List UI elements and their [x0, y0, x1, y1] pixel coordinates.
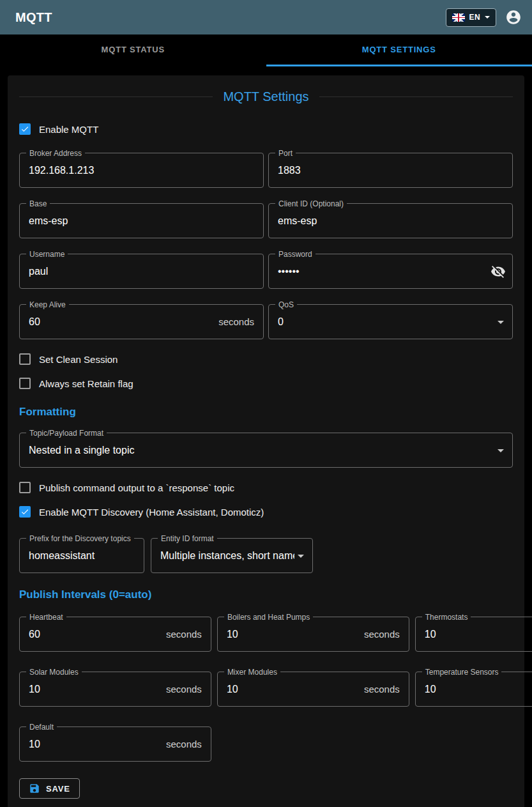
field-label: Solar Modules [26, 667, 82, 677]
checkbox-icon [19, 506, 31, 518]
publish-response-checkbox[interactable]: Publish command output to a `response` t… [19, 482, 234, 493]
field-label: Broker Address [26, 148, 85, 158]
tab-mqtt-status[interactable]: MQTT STATUS [0, 35, 266, 66]
unit-suffix: seconds [166, 739, 211, 749]
unit-suffix: seconds [364, 684, 409, 695]
checkbox-icon [19, 378, 31, 389]
connection-fields-grid: Broker Address Port Base Client ID (Opti… [19, 153, 513, 339]
field-label: Client ID (Optional) [275, 199, 347, 209]
page-title-row: MQTT Settings [19, 89, 513, 104]
tab-bar: MQTT STATUS MQTT SETTINGS [0, 35, 532, 66]
app-bar: MQTT EN [0, 0, 532, 35]
dropdown-arrow-icon [298, 555, 304, 558]
field-label: Thermostats [422, 612, 471, 622]
temperature-interval-field: Temperature Sensors seconds [415, 672, 532, 707]
topic-payload-format-select[interactable]: Topic/Payload Format Nested in a single … [19, 433, 513, 468]
unit-suffix: seconds [364, 629, 409, 640]
language-selector-button[interactable]: EN [446, 8, 496, 27]
formatting-heading: Formatting [19, 406, 513, 419]
username-field: Username [19, 254, 264, 289]
save-icon [29, 783, 40, 794]
enable-mqtt-checkbox[interactable]: Enable MQTT [19, 123, 98, 135]
field-label: Boilers and Heat Pumps [224, 612, 313, 622]
field-label: Default [26, 722, 57, 732]
checkbox-label: Always set Retain flag [39, 378, 133, 389]
keep-alive-field: Keep Alive seconds [19, 304, 264, 339]
checkbox-label: Set Clean Session [39, 354, 118, 365]
port-field: Port [268, 153, 513, 188]
thermostats-interval-field: Thermostats seconds [415, 617, 532, 652]
save-button[interactable]: SAVE [19, 778, 80, 799]
password-field: Password [268, 254, 513, 289]
dropdown-arrow-icon [498, 449, 504, 452]
base-input[interactable] [20, 204, 263, 238]
app-title: MQTT [15, 10, 52, 25]
unit-suffix: seconds [166, 684, 211, 695]
checkbox-label: Enable MQTT [39, 124, 98, 135]
divider-line [19, 96, 213, 97]
field-label: Topic/Payload Format [26, 428, 107, 438]
field-label: Mixer Modules [224, 667, 280, 677]
client-id-field: Client ID (Optional) [268, 203, 513, 238]
check-icon [20, 124, 29, 134]
unit-suffix: seconds [166, 629, 211, 640]
port-input[interactable] [269, 153, 512, 187]
checkbox-label: Publish command output to a `response` t… [39, 482, 234, 493]
uk-flag-icon [452, 13, 465, 22]
clean-session-checkbox[interactable]: Set Clean Session [19, 353, 118, 365]
check-icon [20, 507, 29, 517]
field-label: Prefix for the Discovery topics [26, 534, 134, 544]
checkbox-icon [19, 482, 31, 493]
save-button-label: SAVE [46, 784, 70, 794]
field-label: Password [275, 249, 315, 259]
default-interval-field: Default seconds [19, 726, 211, 762]
page-title: MQTT Settings [223, 89, 308, 104]
dropdown-arrow-icon [498, 321, 504, 324]
qos-select[interactable]: QoS 0 [268, 304, 513, 339]
field-label: Port [275, 148, 296, 158]
chevron-down-icon [485, 16, 490, 19]
select-value: Multiple instances, short name [151, 550, 294, 562]
select-value: 0 [269, 316, 494, 328]
unit-suffix: seconds [218, 316, 263, 327]
select-value: Nested in a single topic [20, 445, 494, 456]
field-label: Entity ID format [158, 534, 217, 544]
checkbox-icon [19, 123, 31, 135]
heartbeat-field: Heartbeat seconds [19, 617, 211, 652]
field-label: QoS [275, 300, 297, 310]
toggle-password-visibility-button[interactable] [490, 264, 506, 279]
mixer-interval-field: Mixer Modules seconds [217, 672, 409, 707]
base-field: Base [19, 203, 264, 238]
checkbox-label: Enable MQTT Discovery (Home Assistant, D… [39, 507, 264, 518]
publish-intervals-heading: Publish Intervals (0=auto) [19, 588, 513, 601]
discovery-prefix-field: Prefix for the Discovery topics [19, 538, 144, 573]
mqtt-discovery-checkbox[interactable]: Enable MQTT Discovery (Home Assistant, D… [19, 506, 264, 518]
field-label: Temperature Sensors [422, 667, 502, 677]
broker-address-field: Broker Address [19, 153, 264, 188]
language-label: EN [469, 13, 480, 22]
publish-intervals-grid: Heartbeat seconds Boilers and Heat Pumps… [19, 617, 513, 762]
visibility-off-icon [490, 264, 506, 279]
appbar-actions: EN [446, 8, 522, 27]
retain-flag-checkbox[interactable]: Always set Retain flag [19, 378, 133, 389]
field-label: Base [26, 199, 50, 209]
field-label: Heartbeat [26, 612, 66, 622]
discovery-options-row: Prefix for the Discovery topics Entity I… [19, 538, 513, 573]
settings-card: MQTT Settings Enable MQTT Broker Address… [8, 75, 524, 807]
account-icon[interactable] [505, 9, 522, 26]
tab-mqtt-settings[interactable]: MQTT SETTINGS [266, 35, 532, 66]
divider-line [319, 96, 513, 97]
field-label: Keep Alive [26, 300, 69, 310]
boilers-interval-field: Boilers and Heat Pumps seconds [217, 617, 409, 652]
checkbox-icon [19, 353, 31, 365]
entity-id-format-select[interactable]: Entity ID format Multiple instances, sho… [151, 538, 313, 573]
field-label: Username [26, 249, 68, 259]
solar-interval-field: Solar Modules seconds [19, 672, 211, 707]
